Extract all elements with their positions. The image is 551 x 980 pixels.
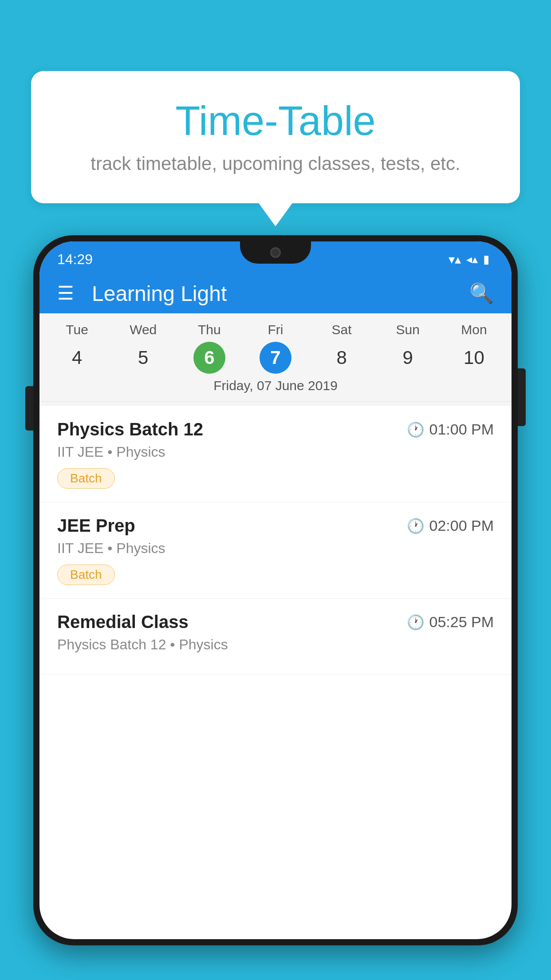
- app-header: ☰ Learning Light 🔍: [39, 273, 512, 313]
- schedule-name: Physics Batch 12: [57, 419, 203, 439]
- day-number[interactable]: 10: [458, 342, 490, 374]
- day-number[interactable]: 5: [127, 342, 159, 374]
- time-text: 05:25 PM: [429, 613, 494, 631]
- schedule-item[interactable]: Remedial Class🕐05:25 PMPhysics Batch 12 …: [39, 599, 512, 675]
- day-label: Thu: [198, 322, 221, 337]
- status-time: 14:29: [57, 251, 93, 268]
- selected-date-label: Friday, 07 June 2019: [39, 374, 512, 402]
- battery-icon: ▮: [483, 253, 489, 266]
- schedule-item[interactable]: Physics Batch 12🕐01:00 PMIIT JEE • Physi…: [39, 406, 512, 502]
- speech-bubble-container: Time-Table track timetable, upcoming cla…: [31, 71, 520, 203]
- days-row: Tue4Wed5Thu6Fri7Sat8Sun9Mon10: [39, 322, 512, 374]
- schedule-name: JEE Prep: [57, 516, 135, 536]
- phone-mockup: 14:29 ▾▴ ◂▴ ▮ ☰ Learning Light 🔍 Tue4Wed…: [33, 235, 518, 980]
- day-label: Wed: [130, 322, 157, 337]
- day-col[interactable]: Mon10: [441, 322, 507, 374]
- schedule-item-top: Physics Batch 12🕐01:00 PM: [57, 419, 494, 439]
- schedule-sub: IIT JEE • Physics: [57, 444, 494, 460]
- schedule-item-top: JEE Prep🕐02:00 PM: [57, 516, 494, 536]
- day-number[interactable]: 7: [260, 342, 291, 374]
- camera: [270, 247, 281, 258]
- status-icons: ▾▴ ◂▴ ▮: [449, 252, 489, 267]
- day-label: Tue: [66, 322, 88, 337]
- clock-icon: 🕐: [407, 421, 425, 438]
- clock-icon: 🕐: [407, 518, 425, 534]
- schedule-time: 🕐02:00 PM: [407, 517, 494, 534]
- schedule-time: 🕐05:25 PM: [407, 613, 494, 631]
- bubble-title: Time-Table: [67, 98, 484, 144]
- clock-icon: 🕐: [407, 614, 425, 631]
- day-col[interactable]: Tue4: [44, 322, 110, 374]
- batch-tag: Batch: [57, 565, 115, 585]
- schedule-name: Remedial Class: [57, 612, 189, 632]
- day-col[interactable]: Sat8: [309, 322, 375, 374]
- app-title: Learning Light: [92, 281, 469, 306]
- signal-icon: ◂▴: [466, 253, 478, 266]
- schedule-list: Physics Batch 12🕐01:00 PMIIT JEE • Physi…: [39, 406, 512, 675]
- phone-inner: 14:29 ▾▴ ◂▴ ▮ ☰ Learning Light 🔍 Tue4Wed…: [39, 241, 512, 939]
- day-col[interactable]: Fri7: [242, 322, 308, 374]
- day-label: Fri: [268, 322, 283, 337]
- day-label: Mon: [461, 322, 487, 337]
- schedule-sub: Physics Batch 12 • Physics: [57, 636, 494, 653]
- search-icon[interactable]: 🔍: [469, 282, 494, 305]
- time-text: 01:00 PM: [429, 421, 494, 438]
- wifi-icon: ▾▴: [449, 252, 461, 267]
- schedule-time: 🕐01:00 PM: [407, 421, 494, 438]
- day-col[interactable]: Sun9: [375, 322, 441, 374]
- schedule-item[interactable]: JEE Prep🕐02:00 PMIIT JEE • PhysicsBatch: [39, 502, 512, 599]
- day-number[interactable]: 8: [326, 342, 358, 374]
- batch-tag: Batch: [57, 468, 115, 489]
- day-number[interactable]: 4: [61, 342, 93, 374]
- calendar-bar: Tue4Wed5Thu6Fri7Sat8Sun9Mon10 Friday, 07…: [39, 313, 512, 406]
- time-text: 02:00 PM: [429, 517, 494, 534]
- speech-bubble: Time-Table track timetable, upcoming cla…: [31, 71, 520, 203]
- schedule-sub: IIT JEE • Physics: [57, 540, 494, 557]
- bubble-subtitle: track timetable, upcoming classes, tests…: [67, 153, 484, 174]
- day-label: Sat: [332, 322, 352, 337]
- day-col[interactable]: Thu6: [176, 322, 242, 374]
- day-number[interactable]: 9: [392, 342, 424, 374]
- schedule-item-top: Remedial Class🕐05:25 PM: [57, 612, 494, 632]
- day-label: Sun: [396, 322, 420, 337]
- phone-outer: 14:29 ▾▴ ◂▴ ▮ ☰ Learning Light 🔍 Tue4Wed…: [33, 235, 518, 945]
- hamburger-icon[interactable]: ☰: [57, 284, 74, 303]
- day-col[interactable]: Wed5: [110, 322, 176, 374]
- day-number[interactable]: 6: [193, 342, 225, 374]
- phone-notch: [240, 241, 311, 264]
